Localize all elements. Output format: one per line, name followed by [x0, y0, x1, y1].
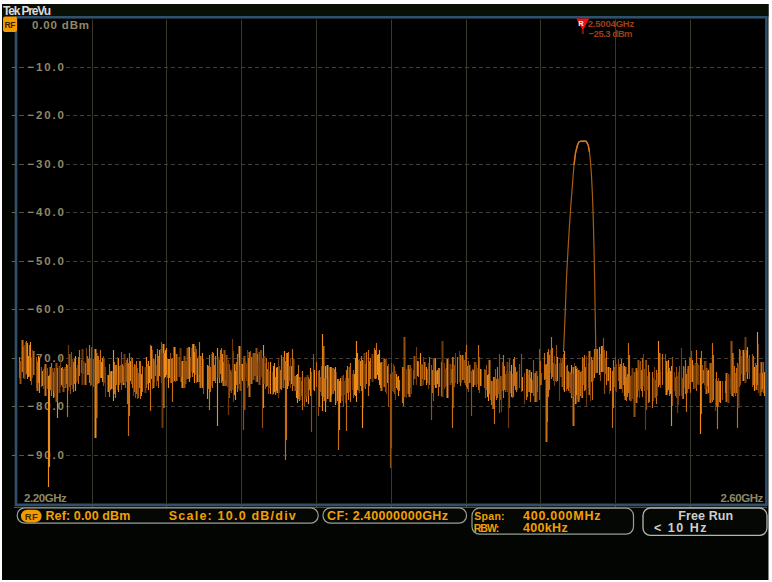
svg-text:−20.0: −20.0 [28, 109, 65, 121]
svg-text:−25.3 dBm: −25.3 dBm [589, 28, 633, 39]
svg-text:CF: 2.40000000GHz: CF: 2.40000000GHz [327, 509, 448, 523]
svg-text:−80.0: −80.0 [28, 400, 65, 412]
svg-text:Ref: 0.00 dBm: Ref: 0.00 dBm [45, 509, 130, 523]
svg-text:R: R [578, 19, 584, 28]
svg-text:Span:: Span: [474, 510, 504, 522]
svg-text:Scale: 10.0 dB/div: Scale: 10.0 dB/div [169, 509, 296, 523]
svg-text:−90.0: −90.0 [28, 449, 65, 461]
svg-text:−50.0: −50.0 [28, 255, 65, 267]
svg-text:−10.0: −10.0 [28, 61, 65, 73]
svg-text:−60.0: −60.0 [28, 303, 65, 315]
svg-text:2.20GHz: 2.20GHz [24, 492, 67, 504]
svg-text:< 10 Hz: < 10 Hz [654, 521, 707, 535]
svg-text:2.60GHz: 2.60GHz [721, 492, 764, 504]
svg-text:−30.0: −30.0 [28, 158, 65, 170]
svg-text:−40.0: −40.0 [28, 206, 65, 218]
svg-text:RF: RF [5, 20, 16, 30]
svg-text:RBW:: RBW: [474, 522, 500, 534]
svg-text:RF: RF [25, 511, 38, 522]
svg-text:0.00 dBm: 0.00 dBm [32, 19, 89, 31]
svg-text:400kHz: 400kHz [523, 521, 568, 535]
